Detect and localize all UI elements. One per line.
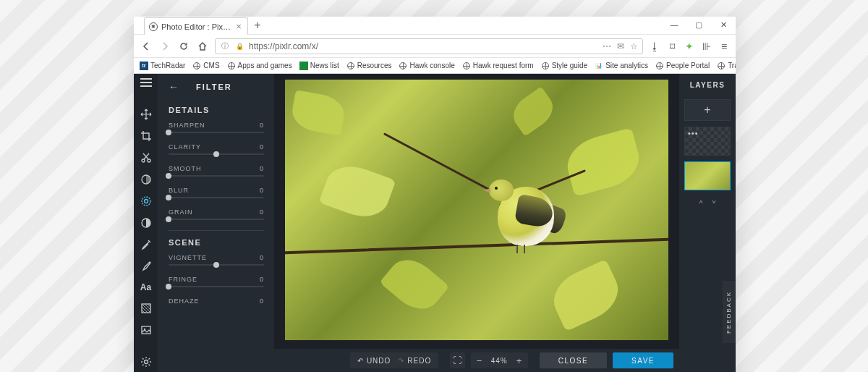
svg-point-9 — [144, 360, 148, 364]
move-tool-icon[interactable] — [140, 109, 153, 120]
cut-tool-icon[interactable] — [140, 152, 153, 164]
crop-tool-icon[interactable] — [140, 130, 153, 142]
screenshot-icon[interactable]: ⌑ — [666, 41, 678, 52]
undo-redo-group: ↶ UNDO ↷ REDO — [350, 352, 438, 368]
filter-panel: ← FILTER DETAILS SHARPEN0 CLARITY0 SMOOT… — [158, 74, 274, 372]
dehaze-slider[interactable]: DEHAZE0 — [169, 297, 264, 305]
bookmark-resources[interactable]: Resources — [346, 62, 392, 70]
minimize-button[interactable]: — — [662, 17, 686, 33]
panel-back-icon[interactable]: ← — [169, 81, 179, 93]
bookmark-newslist[interactable]: News list — [299, 62, 339, 70]
blur-slider[interactable]: BLUR0 — [169, 187, 264, 198]
forward-button[interactable] — [158, 40, 171, 53]
pixlr-favicon: ✱ — [149, 22, 158, 31]
new-tab-button[interactable]: + — [248, 17, 267, 34]
svg-point-4 — [144, 200, 148, 203]
download-icon[interactable]: ⭳ — [649, 41, 660, 52]
bookmark-styleguide[interactable]: Style guide — [541, 62, 587, 70]
url-text: https://pixlr.com/x/ — [249, 41, 598, 51]
settings-tool-icon[interactable] — [140, 356, 153, 368]
vignette-slider[interactable]: VIGNETTE0 — [169, 254, 264, 266]
undo-button[interactable]: ↶ UNDO — [357, 357, 391, 365]
svg-point-3 — [142, 197, 150, 206]
close-button[interactable]: CLOSE — [540, 352, 607, 368]
toolbar-right: ⭳ ⌑ ✦ ⊪ ≡ — [649, 41, 730, 52]
redo-button[interactable]: ↷ REDO — [398, 357, 431, 365]
layer-down-icon[interactable]: ˅ — [711, 199, 717, 213]
fit-screen-button[interactable]: ⛶ — [450, 352, 464, 368]
library-icon[interactable]: ⊪ — [701, 41, 712, 52]
canvas-main[interactable] — [274, 74, 679, 349]
fringe-slider[interactable]: FRINGE0 — [169, 276, 264, 287]
layer-nav: ˄ ˅ — [698, 199, 717, 213]
back-button[interactable] — [140, 40, 153, 53]
texture-tool-icon[interactable] — [140, 303, 153, 314]
save-button[interactable]: SAVE — [613, 352, 673, 368]
bookmark-peopleportal[interactable]: People Portal — [655, 62, 710, 70]
adjust-tool-icon[interactable] — [140, 174, 153, 185]
toolstrip: Aa — [134, 74, 158, 372]
tab-title: Photo Editor : Pixlr X - free im... — [161, 22, 231, 31]
bookmark-cms[interactable]: CMS — [192, 62, 219, 70]
bookmark-apps[interactable]: Apps and games — [227, 62, 292, 70]
panel-title: FILTER — [196, 83, 232, 91]
extension-icon[interactable]: ✦ — [684, 41, 695, 52]
zoom-value: 44% — [488, 357, 511, 365]
canvas-area: ↶ UNDO ↷ REDO ⛶ − 44% + CLOSE SAVE — [274, 74, 679, 372]
browser-toolbar: ⓘ 🔒 https://pixlr.com/x/ ⋯ ✉ ☆ ⭳ ⌑ ✦ ⊪ ≡ — [134, 35, 736, 58]
sharpen-slider[interactable]: SHARPEN0 — [169, 122, 264, 133]
window-controls: — ▢ ✕ — [662, 17, 736, 33]
brush-tool-icon[interactable] — [140, 261, 153, 272]
add-layer-button[interactable]: + — [684, 99, 731, 121]
clarity-slider[interactable]: CLARITY0 — [169, 143, 264, 155]
maximize-button[interactable]: ▢ — [686, 17, 711, 33]
bookmark-techradar[interactable]: trTechRadar — [140, 62, 185, 70]
page-actions-icon[interactable]: ⋯ — [603, 41, 611, 51]
smooth-slider[interactable]: SMOOTH0 — [169, 165, 264, 177]
zoom-in-button[interactable]: + — [511, 355, 528, 366]
home-button[interactable] — [196, 40, 209, 53]
feedback-tab[interactable]: FEEDBACK — [723, 281, 736, 343]
bookmark-star-icon[interactable]: ☆ — [630, 41, 638, 51]
browser-tab[interactable]: ✱ Photo Editor : Pixlr X - free im... × — [144, 17, 248, 35]
image-tool-icon[interactable] — [140, 324, 153, 336]
svg-point-0 — [142, 159, 145, 162]
bookmark-hawkrequest[interactable]: Hawk request form — [462, 62, 534, 70]
photo-canvas[interactable] — [285, 80, 668, 340]
eyedropper-tool-icon[interactable] — [140, 239, 153, 250]
url-bar[interactable]: ⓘ 🔒 https://pixlr.com/x/ ⋯ ✉ ☆ — [215, 38, 643, 54]
tab-close-icon[interactable]: × — [234, 21, 243, 32]
title-bar: ✱ Photo Editor : Pixlr X - free im... × … — [134, 17, 736, 35]
layer-thumb-empty[interactable]: ••• — [684, 127, 731, 156]
hamburger-icon[interactable] — [134, 78, 158, 87]
url-actions: ⋯ ✉ ☆ — [603, 41, 638, 51]
lock-icon: 🔒 — [234, 41, 244, 51]
scene-section-title: SCENE — [169, 238, 264, 247]
zoom-group: − 44% + — [471, 352, 528, 368]
browser-window: ✱ Photo Editor : Pixlr X - free im... × … — [134, 17, 736, 372]
site-info-icon[interactable]: ⓘ — [220, 41, 230, 51]
bookmark-trainticket[interactable]: Train ticket form — [717, 62, 736, 70]
grain-slider[interactable]: GRAIN0 — [169, 208, 264, 220]
layer-up-icon[interactable]: ˄ — [698, 199, 704, 213]
bookmarks-bar: trTechRadar CMS Apps and games News list… — [134, 58, 736, 74]
text-tool-icon[interactable]: Aa — [140, 282, 153, 292]
layers-title: LAYERS — [690, 81, 726, 89]
layer-thumb-active[interactable] — [684, 161, 731, 190]
svg-point-1 — [148, 159, 150, 162]
pixlr-app: Aa ← FILTER DETAILS SHARPEN0 CLARITY0 SM… — [134, 74, 736, 372]
zoom-out-button[interactable]: − — [471, 355, 488, 366]
menu-icon[interactable]: ≡ — [718, 41, 730, 52]
details-section-title: DETAILS — [169, 106, 264, 114]
filter-tool-icon[interactable] — [140, 195, 153, 207]
contrast-tool-icon[interactable] — [140, 217, 153, 229]
bookmark-siteanalytics[interactable]: 📊Site analytics — [595, 62, 648, 70]
reader-icon[interactable]: ✉ — [617, 41, 624, 51]
bookmark-hawkconsole[interactable]: Hawk console — [399, 62, 454, 70]
close-window-button[interactable]: ✕ — [711, 17, 736, 33]
bottom-bar: ↶ UNDO ↷ REDO ⛶ − 44% + CLOSE SAVE — [274, 349, 679, 372]
reload-button[interactable] — [177, 40, 190, 53]
